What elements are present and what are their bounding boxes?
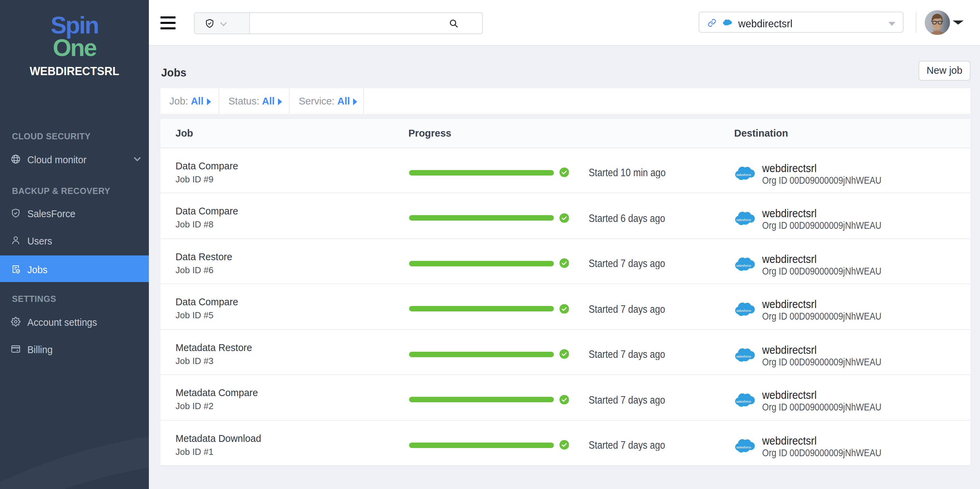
svg-text:salesforce: salesforce [736,263,751,267]
svg-text:salesforce: salesforce [736,354,751,358]
svg-text:salesforce: salesforce [736,309,751,312]
svg-text:salesforce: salesforce [736,445,751,449]
svg-text:salesforce: salesforce [736,400,751,403]
svg-text:salesforce: salesforce [736,172,751,176]
svg-text:salesforce: salesforce [736,218,751,221]
